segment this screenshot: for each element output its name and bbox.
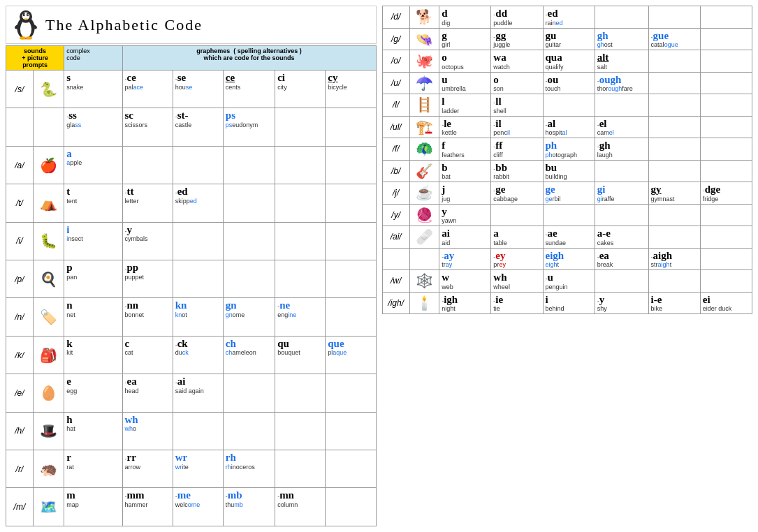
grapheme-word: shy	[597, 305, 646, 312]
grapheme-td: gigiraffe	[595, 182, 648, 205]
grapheme-text: ce	[226, 72, 235, 84]
grapheme-word: kit	[66, 349, 119, 356]
grapheme-text: mb	[228, 489, 242, 501]
grapheme-word: laugh	[597, 152, 646, 158]
grapheme-word: letter	[125, 198, 170, 205]
grapheme-word: chameleon	[226, 349, 272, 356]
grapheme-text: u	[548, 272, 553, 283]
grapheme-cell: quaqualify	[546, 52, 592, 71]
grapheme-cell: gigiraffe	[597, 184, 646, 202]
grapheme-td: whwheel	[491, 270, 543, 293]
empty-cell	[700, 160, 752, 182]
grapheme-text: aigh	[653, 250, 673, 262]
sound-cell: /b/	[382, 160, 409, 182]
grapheme-cell: -sehouse	[175, 72, 221, 91]
sound-cell: /ul/	[382, 116, 409, 138]
grapheme-text: ph	[546, 140, 557, 152]
sound-cell: /y/	[382, 204, 409, 226]
grapheme-cell: bubuilding	[546, 162, 592, 181]
grapheme-td: atable	[491, 226, 543, 249]
grapheme-cell: -aighstraight	[651, 250, 698, 269]
empty-cell	[223, 374, 275, 412]
grapheme-text: y	[599, 294, 605, 306]
grapheme-td: -ighnight	[439, 292, 491, 314]
icon-cell: 🎒	[33, 336, 64, 374]
empty-cell	[122, 146, 173, 184]
grapheme-td: -mbthumb	[223, 488, 275, 526]
grapheme-cell: -gecabbage	[493, 184, 540, 202]
grapheme-cell: ghghost	[597, 30, 646, 49]
empty-cell	[173, 412, 223, 450]
empty-cell	[648, 6, 700, 29]
sound-cell: /r/	[6, 450, 34, 488]
grapheme-cell: eigheight	[546, 250, 592, 269]
empty-cell	[700, 94, 752, 117]
sound-cell: /g/	[382, 28, 409, 50]
grapheme-text: gh	[597, 30, 608, 42]
grapheme-text: s	[66, 72, 71, 84]
grapheme-td: queplaque	[326, 336, 376, 374]
icon-cell: ☂️	[409, 72, 439, 94]
table-row: /ul/🏗️-lekettle-ilpencil-alhospital-elca…	[382, 116, 752, 138]
grapheme-text: h	[66, 414, 72, 426]
grapheme-td: mmap	[64, 488, 122, 526]
grapheme-td: bubuilding	[543, 160, 595, 182]
grapheme-text: me	[177, 489, 191, 501]
table-row: /a/🍎aapple	[6, 146, 377, 184]
grapheme-td: -alhospital	[543, 116, 595, 138]
grapheme-text: b	[442, 162, 447, 174]
table-row: /y/🧶yyawn	[382, 204, 752, 226]
sound-cell: /u/	[382, 72, 409, 94]
grapheme-td: phphotograph	[543, 138, 595, 161]
grapheme-text: ci	[277, 72, 285, 84]
empty-cell	[275, 184, 326, 222]
grapheme-td: -eyprey	[491, 248, 543, 270]
grapheme-text: ay	[444, 250, 454, 262]
grapheme-cell: queplaque	[328, 338, 373, 357]
grapheme-cell: scscissors	[125, 110, 170, 128]
grapheme-word: bike	[651, 305, 698, 312]
grapheme-word: engine	[277, 311, 323, 318]
svg-point-1	[20, 20, 31, 38]
grapheme-word: jug	[442, 195, 488, 202]
grapheme-td: -st-castle	[173, 108, 223, 146]
grapheme-td: ttent	[64, 184, 122, 222]
icon-cell: 🐙	[409, 50, 439, 73]
grapheme-text: le	[444, 118, 451, 130]
grapheme-cell: chchameleon	[226, 338, 272, 357]
grapheme-cell: ibehind	[546, 294, 592, 313]
grapheme-word: umbrella	[442, 85, 488, 92]
icon-cell: 🎸	[409, 160, 439, 182]
grapheme-word: house	[175, 84, 221, 91]
grapheme-td: -edrained	[543, 6, 595, 29]
grapheme-cell: ccat	[125, 338, 170, 357]
icon-cell: 👒	[409, 28, 439, 50]
grapheme-text: dge	[705, 184, 721, 195]
grapheme-word: hat	[66, 425, 119, 432]
grapheme-text: ea	[127, 376, 137, 387]
grapheme-text: ai	[177, 376, 186, 387]
grapheme-word: bouquet	[277, 349, 323, 356]
grapheme-cell: wawatch	[493, 52, 540, 71]
left-panel: The Alphabetic Code sounds+ picturepromp…	[6, 6, 377, 526]
grapheme-text: wa	[493, 52, 506, 64]
grapheme-cell: rrat	[66, 452, 119, 471]
grapheme-cell: -nnbonnet	[125, 300, 170, 318]
grapheme-text: ge	[546, 184, 555, 195]
sound-cell: /s/	[6, 71, 34, 108]
grapheme-cell: -ghlaugh	[597, 140, 646, 158]
empty-cell	[543, 94, 595, 117]
icon-cell: 🏷️	[33, 298, 64, 336]
grapheme-word: said again	[175, 387, 221, 394]
grapheme-text: e	[66, 376, 71, 387]
table-row: /w/🕸️wwebwhwheel-upenguin	[382, 270, 752, 293]
grapheme-text: ai	[442, 228, 450, 239]
grapheme-td: cecents	[223, 71, 275, 108]
grapheme-cell: -cepalace	[125, 72, 170, 91]
grapheme-td: ssnake	[64, 71, 122, 108]
grapheme-text: wr	[175, 452, 188, 464]
grapheme-cell: jjug	[442, 184, 488, 202]
grapheme-word: bat	[442, 173, 488, 180]
sound-cell: /i/	[6, 222, 34, 260]
grapheme-td: a-ecakes	[595, 226, 648, 249]
